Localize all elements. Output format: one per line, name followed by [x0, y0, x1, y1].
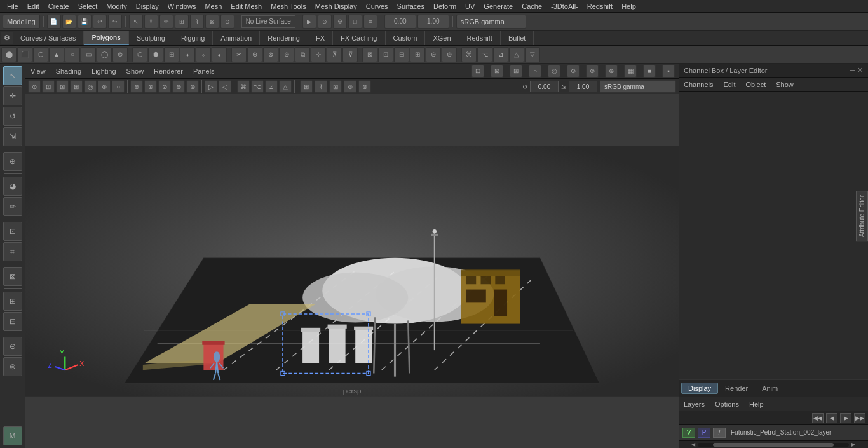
poly-icon-5[interactable]: ⬧ [180, 47, 195, 62]
render-settings-btn[interactable]: ⚙ [333, 15, 347, 29]
menu-surfaces[interactable]: Surfaces [393, 0, 429, 12]
vp2-snap-surface[interactable]: ⊚ [358, 80, 371, 93]
redirect-btn[interactable]: ⊝ [3, 337, 22, 356]
tab-xgen[interactable]: XGen [425, 31, 459, 45]
menu-create[interactable]: Create [44, 0, 74, 12]
cone-icon[interactable]: ▲ [49, 47, 64, 62]
disk-icon[interactable]: ◯ [97, 47, 112, 62]
marquee-sel-tool[interactable]: ⊡ [3, 222, 22, 241]
snap-point-btn[interactable]: ⊠ [205, 15, 219, 29]
layer-prev-btn[interactable]: ◀◀ [812, 413, 824, 423]
settings-icon[interactable]: ⚙ [1, 32, 13, 44]
layer-next-btn[interactable]: ▶ [840, 413, 851, 423]
show-manip-btn[interactable]: ⊞ [3, 292, 22, 311]
menu-cache[interactable]: Cache [517, 0, 546, 12]
vp2-snap-point[interactable]: ⊠ [329, 80, 342, 93]
no-live-surface-btn[interactable]: No Live Surface [241, 15, 295, 28]
tab-custom[interactable]: Custom [386, 31, 426, 45]
deform-icon-3[interactable]: ⊿ [493, 47, 508, 62]
tab-bullet[interactable]: Bullet [501, 31, 534, 45]
menu-mesh-tools[interactable]: Mesh Tools [266, 0, 310, 12]
vp-menu-show[interactable]: Show [124, 67, 147, 75]
menu-select[interactable]: Select [74, 0, 102, 12]
layer-scroll-track[interactable] [698, 443, 849, 447]
paint-select-btn[interactable]: ✏ [159, 15, 173, 29]
ipr-btn[interactable]: ⊙ [318, 15, 332, 29]
vp-ctrl-8[interactable]: ⊛ [605, 65, 618, 78]
vp2-icon-14[interactable]: ◁ [219, 80, 231, 93]
poly-icon-3[interactable]: ⬢ [148, 47, 163, 62]
edit-icon-4[interactable]: ⊛ [279, 47, 294, 62]
undo-btn[interactable]: ↩ [93, 15, 107, 29]
vp-ctrl-wireframe[interactable]: ▦ [624, 65, 637, 78]
show-manip2-btn[interactable]: ⊟ [3, 312, 22, 331]
deform-icon-5[interactable]: ▽ [525, 47, 540, 62]
vp2-icon-1[interactable]: ⊙ [28, 80, 41, 93]
edit-icon-8[interactable]: ⊽ [342, 47, 358, 62]
menu-uv[interactable]: UV [461, 0, 479, 12]
soft-select-tool[interactable]: ◕ [3, 177, 22, 196]
scene-settings-btn[interactable]: ≡ [363, 15, 377, 29]
rotate-tool[interactable]: ↺ [3, 107, 22, 126]
vp2-icon-11[interactable]: ⊖ [172, 80, 185, 93]
cb-edit-menu[interactable]: Edit [721, 81, 738, 88]
vp2-icon-5[interactable]: ◎ [84, 80, 97, 93]
menu-windows[interactable]: Windows [163, 0, 201, 12]
edit-icon-1[interactable]: ✂ [231, 47, 247, 62]
anim-tab[interactable]: Anim [755, 383, 785, 394]
menu-mesh-display[interactable]: Mesh Display [311, 0, 362, 12]
menu-deform[interactable]: Deform [429, 0, 461, 12]
scale-val-btn[interactable]: 1.00 [417, 15, 449, 29]
vp2-icon-13[interactable]: ▷ [205, 80, 217, 93]
vp2-snap-curve[interactable]: ⌇ [315, 80, 327, 93]
vp-menu-shading[interactable]: Shading [53, 67, 84, 75]
color-space-dropdown[interactable]: sRGB gamma [456, 15, 526, 29]
render-view-btn[interactable]: □ [348, 15, 362, 29]
mesh-icon-2[interactable]: ⊡ [378, 47, 393, 62]
vp-ctrl-4[interactable]: ○ [529, 65, 541, 78]
snap-view-btn[interactable]: ⊙ [220, 15, 234, 29]
rotation-input[interactable] [530, 81, 559, 92]
layer-prev2-btn[interactable]: ◀ [826, 413, 837, 423]
paint-tool[interactable]: ✏ [3, 197, 22, 216]
edit-icon-3[interactable]: ⊗ [263, 47, 278, 62]
edit-icon-2[interactable]: ⊕ [247, 47, 262, 62]
color-space-select[interactable]: sRGB gamma [600, 80, 676, 93]
redirect2-btn[interactable]: ⊜ [3, 357, 22, 376]
mesh-icon-1[interactable]: ⊠ [362, 47, 377, 62]
poly-icon-2[interactable]: ⬡ [132, 47, 147, 62]
vp2-icon-8[interactable]: ⊕ [130, 80, 143, 93]
save-file-btn[interactable]: 💾 [78, 15, 92, 29]
render-btn[interactable]: ▶ [302, 15, 316, 29]
vp-menu-panels[interactable]: Panels [191, 67, 217, 75]
tab-fx-caching[interactable]: FX Caching [333, 31, 385, 45]
maya-logo-btn[interactable]: M [3, 426, 22, 445]
vp2-icon-17[interactable]: ⊿ [265, 80, 278, 93]
attribute-editor-tab[interactable]: Attribute Editor [856, 191, 868, 241]
deform-icon-2[interactable]: ⌥ [477, 47, 492, 62]
scale-tool[interactable]: ⇲ [3, 127, 22, 146]
vp2-icon-15[interactable]: ⌘ [237, 80, 250, 93]
snap-grid-btn[interactable]: ⊞ [175, 15, 189, 29]
layers-menu[interactable]: Layers [681, 400, 707, 408]
mesh-icon-4[interactable]: ⊞ [410, 47, 425, 62]
lasso-tool-btn[interactable]: ⌗ [144, 15, 158, 29]
layers-options[interactable]: Options [712, 400, 742, 408]
rot-val-btn[interactable]: 0.00 [384, 15, 416, 29]
tab-sculpting[interactable]: Sculpting [129, 31, 173, 45]
vp2-icon-12[interactable]: ⊜ [186, 80, 199, 93]
tab-redshift[interactable]: Redshift [459, 31, 501, 45]
poly-icon-4[interactable]: ⊞ [164, 47, 179, 62]
layers-help[interactable]: Help [747, 400, 766, 408]
cb-minimize-btn[interactable]: ─ [850, 66, 855, 74]
vp-menu-renderer[interactable]: Renderer [151, 67, 186, 75]
layer-color-swatch[interactable]: / [713, 428, 726, 438]
cb-show-menu[interactable]: Show [773, 81, 796, 88]
layer-v-toggle[interactable]: V [682, 428, 695, 438]
tab-polygons[interactable]: Polygons [84, 31, 128, 45]
tab-rigging[interactable]: Rigging [173, 31, 213, 45]
cylinder-icon[interactable]: ⬡ [33, 47, 48, 62]
cb-object-menu[interactable]: Object [743, 81, 768, 88]
snap-mode-btn[interactable]: ⊠ [3, 267, 22, 286]
vp-ctrl-6[interactable]: ⊙ [567, 65, 580, 78]
